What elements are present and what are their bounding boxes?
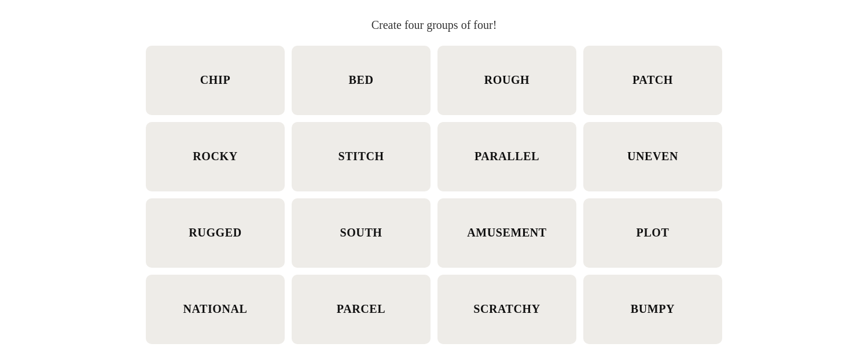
- tile-label-chip: CHIP: [200, 73, 230, 87]
- tile-uneven[interactable]: UNEVEN: [583, 122, 722, 191]
- tile-label-rough: ROUGH: [484, 73, 530, 87]
- game-subtitle: Create four groups of four!: [372, 19, 497, 32]
- tile-label-national: NATIONAL: [183, 302, 247, 316]
- tile-chip[interactable]: CHIP: [146, 46, 285, 115]
- tile-national[interactable]: NATIONAL: [146, 275, 285, 344]
- tile-label-patch: PATCH: [632, 73, 673, 87]
- tile-label-bed: BED: [349, 73, 374, 87]
- tile-label-plot: PLOT: [637, 226, 670, 239]
- tile-bed[interactable]: BED: [292, 46, 431, 115]
- tile-scratchy[interactable]: SCRATCHY: [437, 275, 576, 344]
- tile-rocky[interactable]: ROCKY: [146, 122, 285, 191]
- tile-label-stitch: STITCH: [338, 150, 384, 163]
- tile-south[interactable]: SOUTH: [292, 198, 431, 268]
- tile-label-south: SOUTH: [340, 226, 382, 239]
- tile-rough[interactable]: ROUGH: [437, 46, 576, 115]
- tile-label-parcel: PARCEL: [337, 302, 385, 316]
- tile-patch[interactable]: PATCH: [583, 46, 722, 115]
- tile-label-scratchy: SCRATCHY: [473, 302, 540, 316]
- tile-label-uneven: UNEVEN: [627, 150, 678, 163]
- tile-parallel[interactable]: PARALLEL: [437, 122, 576, 191]
- tile-plot[interactable]: PLOT: [583, 198, 722, 268]
- tile-label-amusement: AMUSEMENT: [467, 226, 547, 239]
- tile-amusement[interactable]: AMUSEMENT: [437, 198, 576, 268]
- tile-label-bumpy: BUMPY: [631, 302, 675, 316]
- tile-bumpy[interactable]: BUMPY: [583, 275, 722, 344]
- tile-label-parallel: PARALLEL: [475, 150, 539, 163]
- tile-parcel[interactable]: PARCEL: [292, 275, 431, 344]
- tile-label-rocky: ROCKY: [193, 150, 237, 163]
- tile-label-rugged: RUGGED: [189, 226, 241, 239]
- word-grid: CHIPBEDROUGHPATCHROCKYSTITCHPARALLELUNEV…: [146, 46, 722, 344]
- tile-rugged[interactable]: RUGGED: [146, 198, 285, 268]
- tile-stitch[interactable]: STITCH: [292, 122, 431, 191]
